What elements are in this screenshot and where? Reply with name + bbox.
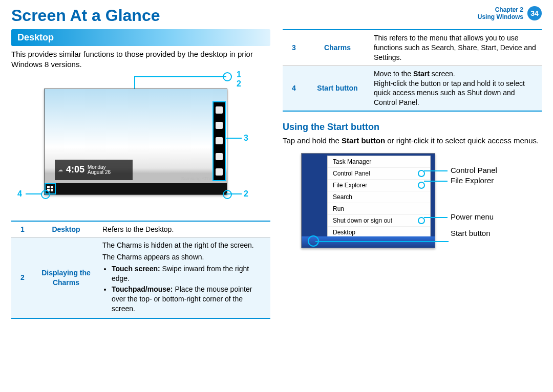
row1-label: Desktop [34,221,98,237]
chapter-block: Chapter 2 Using Windows 34 [478,6,542,21]
label-file-explorer: File Explorer [451,176,494,185]
menu-file-explorer: File Explorer [328,180,430,191]
charm-devices-icon [216,153,223,160]
start-button-body: Tap and hold the Start button or right-c… [283,136,542,146]
charm-start-icon [216,137,223,144]
page-number: 34 [527,6,542,20]
clock-date: August 26 [88,170,111,175]
page-title: Screen At a Glance [11,6,160,25]
row1-num: 1 [11,221,34,237]
clock-day: Monday [88,165,111,170]
chapter-label: Chapter 2 [478,6,523,13]
callout-2-top: 2 [237,79,241,89]
label-power-menu: Power menu [451,212,494,221]
clock-widget: ☁ 4:05 Monday August 26 [55,160,133,180]
row3-num: 3 [283,30,305,66]
row3-desc: This refers to the menu that allows you … [370,30,542,66]
label-start-button: Start button [451,229,491,237]
row4-desc: Move to the Start screen. Right-click th… [370,66,542,111]
chapter-name: Using Windows [478,13,523,20]
charm-settings-icon [216,168,223,176]
row3-label: Charms [305,30,370,66]
charms-bar [212,101,226,181]
label-control-panel: Control Panel [451,166,497,175]
menu-shutdown: Shut down or sign out [328,215,430,227]
definitions-table-right: 3 Charms This refers to the menu that al… [283,29,542,112]
row1-desc: Refers to the Desktop. [98,221,270,237]
callout-4: 4 [17,189,22,199]
section-desktop: Desktop [11,29,270,46]
menu-search: Search [328,191,430,203]
menu-run: Run [328,203,430,215]
clock-time: 4:05 [66,164,84,175]
menu-control-panel: Control Panel [328,168,430,180]
charm-share-icon [216,122,223,129]
row2-desc: The Charms is hidden at the right of the… [98,237,270,318]
taskbar [45,183,227,194]
desktop-intro: This provides similar functions to those… [11,49,270,70]
brand-label: Samsung ATIV [181,176,211,181]
row2-num: 2 [11,237,34,318]
charm-search-icon [216,106,223,114]
menu-task-manager: Task Manager [328,156,430,168]
definitions-table-left: 1 Desktop Refers to the Desktop. 2 Displ… [11,221,270,319]
row4-label: Start button [305,66,370,111]
callout-3: 3 [244,134,248,143]
start-menu-screenshot: Task Manager Control Panel File Explorer… [293,153,518,248]
subhead-start-button: Using the Start button [283,122,542,133]
callout-2-bottom: 2 [244,189,248,199]
row4-num: 4 [283,66,305,111]
desktop-screenshot: 1 2 ☁ 4:05 Monday A [16,76,252,214]
callout-1: 1 [237,70,241,79]
row2-label: Displaying the Charms [34,237,98,318]
context-menu: Task Manager Control Panel File Explorer… [327,156,431,238]
